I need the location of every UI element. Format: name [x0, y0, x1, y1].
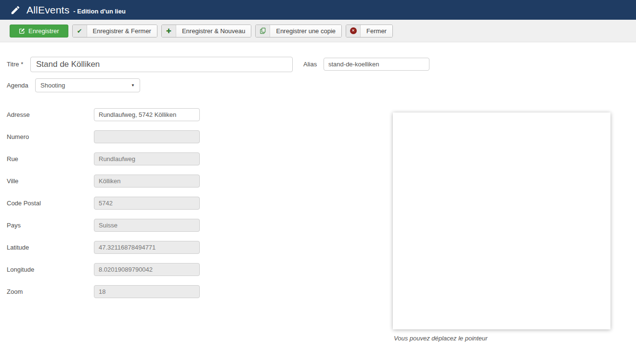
longitude-input [94, 263, 200, 276]
check-icon: ✔ [73, 25, 87, 37]
save-button-label: Enregistrer [28, 27, 59, 35]
save-copy-button-label: Enregistrer une copie [270, 25, 341, 37]
code-postal-input [94, 197, 200, 210]
close-button[interactable]: ✕ Fermer [346, 25, 393, 38]
plus-icon: ✚ [162, 25, 176, 37]
close-button-label: Fermer [361, 25, 392, 37]
app-title: AllEvents [26, 4, 69, 16]
save-copy-button[interactable]: Enregistrer une copie [255, 25, 342, 38]
adresse-input[interactable] [94, 108, 200, 121]
page-title: - Edition d'un lieu [73, 5, 126, 15]
pencil-icon [10, 5, 21, 15]
numero-input [94, 130, 200, 143]
titre-label: Titre * [7, 57, 23, 72]
rue-input [94, 152, 200, 165]
numero-label: Numero [7, 130, 29, 143]
zoom-input [94, 285, 200, 298]
toolbar: Enregistrer ✔ Enregistrer & Fermer ✚ Enr… [0, 20, 636, 42]
save-new-button[interactable]: ✚ Enregistrer & Nouveau [161, 25, 252, 38]
adresse-label: Adresse [7, 108, 30, 121]
code-postal-label: Code Postal [7, 197, 41, 210]
copy-icon [256, 25, 270, 37]
map-caption: Vous pouvez déplacez le pointeur [394, 335, 488, 342]
close-icon: ✕ [346, 25, 361, 37]
ville-label: Ville [7, 175, 18, 188]
alias-label: Alias [303, 58, 317, 71]
agenda-label: Agenda [7, 78, 28, 92]
edit-form: Titre * Alias Agenda Shooting ▼ Adresse … [0, 42, 636, 364]
pays-label: Pays [7, 219, 21, 232]
zoom-label: Zoom [7, 285, 23, 298]
save-new-button-label: Enregistrer & Nouveau [176, 25, 251, 37]
ville-input [94, 175, 200, 188]
titre-input[interactable] [30, 57, 293, 72]
save-close-button[interactable]: ✔ Enregistrer & Fermer [72, 25, 157, 38]
page: AllEvents - Edition d'un lieu Enregistre… [0, 0, 636, 364]
save-button[interactable]: Enregistrer [10, 25, 68, 38]
pays-input [94, 219, 200, 232]
alias-input[interactable] [324, 58, 429, 71]
latitude-label: Latitude [7, 241, 29, 254]
agenda-select-value: Shooting [40, 82, 131, 89]
map-canvas[interactable] [393, 113, 610, 329]
rue-label: Rue [7, 152, 18, 165]
save-close-button-label: Enregistrer & Fermer [87, 25, 157, 37]
agenda-select[interactable]: Shooting ▼ [35, 78, 140, 92]
longitude-label: Longitude [7, 263, 34, 276]
save-icon [19, 28, 25, 34]
header-bar: AllEvents - Edition d'un lieu [0, 0, 636, 20]
latitude-input [94, 241, 200, 254]
chevron-down-icon: ▼ [131, 83, 135, 88]
